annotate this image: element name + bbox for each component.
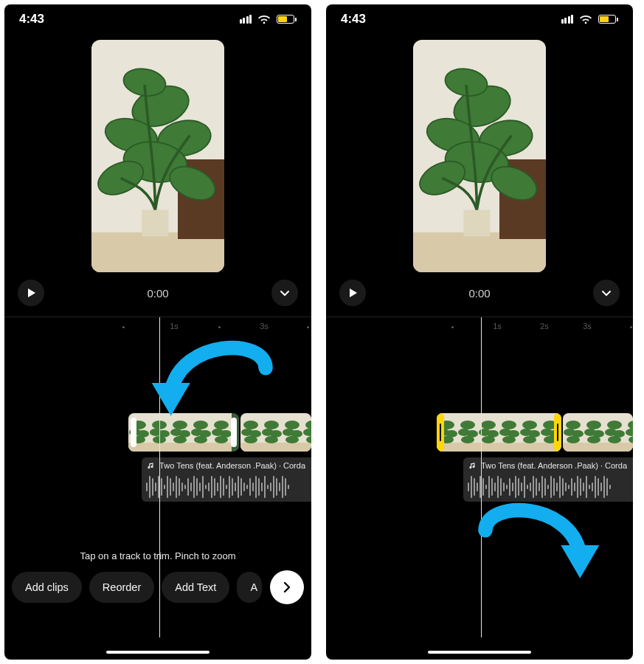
status-bar: 4:43 [326,4,633,34]
edit-toolbar: Add clips Reorder Add Text A [4,561,311,603]
timeline[interactable]: 1s 3s [4,317,311,637]
cellular-icon [561,15,574,24]
more-pill[interactable]: A [237,572,262,603]
music-note-icon [148,462,155,470]
wifi-icon [579,15,592,24]
audio-title: Two Tens (feat. Anderson .Paak) · Corda [159,461,305,470]
video-clip-1[interactable] [128,413,239,452]
play-icon [26,288,36,298]
annotation-arrow [451,494,621,590]
audio-title: Two Tens (feat. Anderson .Paak) · Corda [481,461,627,470]
wifi-icon [257,15,271,24]
chevron-right-icon [280,581,294,594]
timeline-ruler: 1s 3s [4,322,311,339]
play-button[interactable] [339,280,366,306]
collapse-button[interactable] [271,280,298,306]
time-indicator: 0:00 [147,287,168,300]
music-note-icon [469,462,477,470]
trim-handle-left[interactable] [437,413,444,452]
home-indicator[interactable] [106,651,210,654]
time-indicator: 0:00 [468,287,490,300]
add-clips-button[interactable]: Add clips [12,572,82,603]
screenshot-2: 4:43 0:00 1s 2s 3s [326,4,633,660]
collapse-button[interactable] [593,280,620,306]
video-clip-selected[interactable] [437,413,561,452]
audio-track[interactable]: Two Tens (feat. Anderson .Paak) · Corda [142,457,311,502]
play-button[interactable] [18,280,44,306]
screenshot-1: 4:43 0:00 1s 3s [4,4,311,660]
video-preview[interactable] [91,40,224,272]
add-text-button[interactable]: Add Text [162,572,229,603]
clock-label: 4:43 [19,12,44,27]
reorder-button[interactable]: Reorder [89,572,154,603]
video-clip-2[interactable] [240,413,311,452]
home-indicator[interactable] [428,651,531,654]
video-preview[interactable] [413,40,546,272]
chevron-down-icon [600,287,612,299]
status-bar: 4:43 [4,4,311,34]
timeline[interactable]: 1s 2s 3s [326,317,633,637]
audio-track[interactable]: Two Tens (feat. Anderson .Paak) · Corda [463,457,633,502]
play-icon [347,288,358,298]
trim-handle-right[interactable] [231,418,237,447]
battery-icon [277,15,297,24]
timeline-ruler: 1s 2s 3s [326,322,633,339]
chevron-down-icon [279,287,291,299]
clock-label: 4:43 [341,12,366,27]
waveform [463,474,633,500]
trim-handle-left[interactable] [131,418,136,447]
waveform [142,474,311,500]
cellular-icon [240,15,252,24]
hint-text: Tap on a track to trim. Pinch to zoom [4,550,311,561]
battery-icon [598,15,618,24]
next-button[interactable] [270,570,304,604]
trim-handle-right[interactable] [554,413,561,452]
video-clip-2[interactable] [563,413,633,452]
